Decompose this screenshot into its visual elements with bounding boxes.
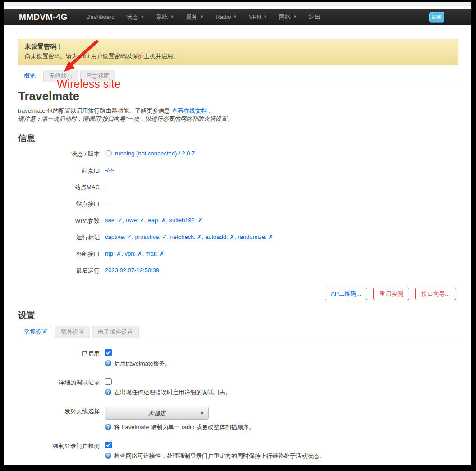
debug-logging-checkbox[interactable] xyxy=(105,378,112,385)
chevron-down-icon: ▼ xyxy=(263,15,267,19)
tab-extra-settings[interactable]: 额外设置 xyxy=(55,326,90,338)
password-warning-alert: 未设置密码！ 尚未设置密码。请为 root 用户设置密码以保护主机并启用。 xyxy=(18,39,458,65)
nav-item-radio[interactable]: Radio▼ xyxy=(210,9,243,25)
info-row-station-id: 站点ID -/-/- xyxy=(18,165,458,181)
page-description: travelmate 包的配置以启用旅行路由器功能。了解更多信息 查看在线文档 … xyxy=(18,107,458,115)
help-icon: ? xyxy=(105,453,111,459)
tab-general-settings[interactable]: 常规设置 xyxy=(18,326,53,338)
settings-tabs: 常规设置 额外设置 电子邮件设置 xyxy=(18,326,458,338)
chevron-down-icon: ▼ xyxy=(170,15,174,19)
refresh-button[interactable]: 刷新 xyxy=(429,12,444,22)
captive-portal-checkbox[interactable] xyxy=(105,442,112,448)
info-row-last-run: 最后运行 2023.02.07-12:50:39 xyxy=(18,265,458,281)
main-tabs: 概览 无线站点 日志视图 xyxy=(18,70,458,82)
page-title: Travelmate xyxy=(18,89,458,103)
alert-body: 尚未设置密码。请为 root 用户设置密码以保护主机并启用。 xyxy=(25,52,452,60)
info-table: 状态 / 版本 running (not connected) / 2.0.7 … xyxy=(18,148,458,281)
main-content: 未设置密码！ 尚未设置密码。请为 root 用户设置密码以保护主机并启用。 概览… xyxy=(4,39,471,465)
info-section-title: 信息 xyxy=(18,133,458,144)
navbar: MMDVM-4G Dashboard 状态▼ 系统▼ 服务▼ Radio▼ VP… xyxy=(4,9,471,25)
online-doc-link[interactable]: 查看在线文档 xyxy=(172,107,207,114)
info-row-station-mac: 站点MAC - xyxy=(18,181,458,198)
help-icon: ? xyxy=(105,424,111,430)
tab-log-view[interactable]: 日志视图 xyxy=(80,70,115,82)
field-captive-portal-detection: 强制登录门户检测 ?检查网络可连接性，处理强制登录门户重定向的同时保持上行链路处… xyxy=(18,442,458,460)
field-debug-logging: 详细的调试记录 ?在出现任何处理错误时启用详细的调试日志。 xyxy=(18,378,458,397)
info-row-run-flags: 运行标记 captive: ✓, proactive: ✓, netcheck:… xyxy=(18,231,458,248)
info-row-station-interface: 站点接口 - xyxy=(18,198,458,215)
nav-item-vpn[interactable]: VPN▼ xyxy=(243,9,273,25)
tab-overview[interactable]: 概览 xyxy=(18,70,41,82)
info-row-external-hooks: 外部接口 ntp: ✗, vpn: ✗, mail: ✗ xyxy=(18,248,458,265)
chevron-down-icon: ▼ xyxy=(141,15,145,19)
nav-items: Dashboard 状态▼ 系统▼ 服务▼ Radio▼ VPN▼ 网络▼ 退出 xyxy=(80,9,326,25)
chevron-down-icon: ▼ xyxy=(200,15,204,19)
browser-page: MMDVM-4G Dashboard 状态▼ 系统▼ 服务▼ Radio▼ VP… xyxy=(4,2,471,465)
info-row-status-version: 状态 / 版本 running (not connected) / 2.0.7 xyxy=(18,148,458,165)
field-enabled: 已启用 ?启用travelmate服务。 xyxy=(18,349,458,368)
action-buttons: AP二维码... 重启实例 接口向导... xyxy=(18,288,456,300)
interface-wizard-button[interactable]: 接口向导... xyxy=(415,288,456,300)
nav-item-network[interactable]: 网络▼ xyxy=(273,9,303,25)
tab-wireless-site[interactable]: 无线站点 xyxy=(43,70,78,82)
top-strip xyxy=(4,2,471,6)
page-note: 请注意：第一次启动时，请调用“接口向导”一次，以进行必要的网络和防火墙设置。 xyxy=(18,115,458,123)
field-radio-selection: 发射天线选择 未指定 ▼ ?将 travelmate 限制为单一 radio 或… xyxy=(18,407,458,431)
help-icon: ? xyxy=(105,360,111,366)
ap-qrcode-button[interactable]: AP二维码... xyxy=(325,288,367,300)
nav-item-logout[interactable]: 退出 xyxy=(303,9,326,25)
loading-spinner-icon xyxy=(105,150,112,157)
chevron-down-icon: ▼ xyxy=(293,15,297,19)
nav-item-system[interactable]: 系统▼ xyxy=(150,9,180,25)
settings-section-title: 设置 xyxy=(18,310,458,321)
help-icon: ? xyxy=(105,389,111,395)
alert-title: 未设置密码！ xyxy=(25,43,452,51)
enabled-checkbox[interactable] xyxy=(105,349,112,356)
restart-instance-button[interactable]: 重启实例 xyxy=(373,288,409,300)
info-row-wpa-params: WPA参数 sae: ✓, owe: ✓, eap: ✗, suiteb192:… xyxy=(18,215,458,231)
tab-email-settings[interactable]: 电子邮件设置 xyxy=(92,326,139,338)
nav-item-status[interactable]: 状态▼ xyxy=(121,9,151,25)
settings-form: 已启用 ?启用travelmate服务。 详细的调试记录 ?在出现任何处理错误时… xyxy=(18,349,458,465)
radio-selection-dropdown[interactable]: 未指定 ▼ xyxy=(105,407,209,420)
nav-item-services[interactable]: 服务▼ xyxy=(180,9,210,25)
brand-title: MMDVM-4G xyxy=(19,12,68,22)
chevron-down-icon: ▼ xyxy=(233,15,237,19)
nav-item-dashboard[interactable]: Dashboard xyxy=(80,9,121,25)
chevron-down-icon: ▼ xyxy=(200,411,204,416)
